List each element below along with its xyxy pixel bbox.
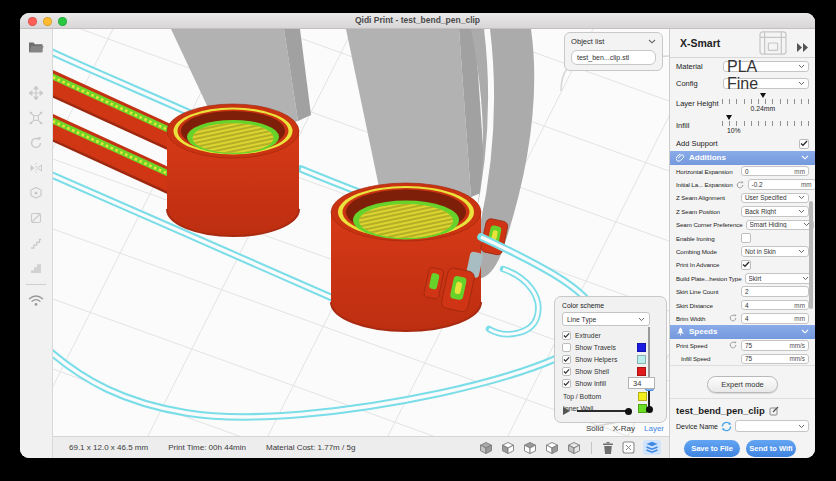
infill-value: 10% [727,127,741,134]
minimize-button[interactable] [43,17,52,26]
setting-select[interactable]: User Specified [741,193,809,204]
setting-control: 75mm/s [741,340,809,351]
reset-icon[interactable] [729,341,738,349]
reset-icon[interactable] [729,314,738,322]
setting-select[interactable]: Smart Hiding [746,220,814,231]
edit-icon[interactable] [769,406,779,416]
close-button[interactable] [28,17,37,26]
device-name-label: Device Name [676,423,718,430]
chevron-down-icon [638,317,645,322]
slider-marker[interactable] [726,115,732,120]
setting-control: 4mm [741,313,809,324]
section-header-additions[interactable]: Additions [670,151,815,165]
setting-select[interactable]: PLA [723,61,809,72]
setting-input[interactable]: 75mm/s [741,354,809,365]
refresh-icon[interactable] [721,421,732,432]
visibility-checkbox[interactable] [562,367,571,376]
layer-height-slider[interactable]: 0.24mm [722,92,809,114]
setting-checkbox[interactable] [741,233,751,243]
zoom-button[interactable] [58,17,67,26]
color-scheme-select[interactable]: Line Type [562,312,650,326]
toggle-label: Show Helpers [575,356,633,363]
open-file-icon[interactable] [26,37,46,55]
slider-ticks [722,99,809,104]
mirror-icon[interactable] [26,159,46,177]
play-button[interactable] [563,407,570,415]
setting-control: Back Right [741,206,809,217]
path-slider-handle[interactable] [625,408,632,415]
layer-slider[interactable] [648,327,650,409]
reset-icon[interactable] [729,314,737,322]
setting-label: Seam Corner Preference [676,221,743,228]
collapse-panel-icon[interactable] [797,38,809,56]
infill-slider[interactable]: 10% [722,114,809,136]
model-cup-1[interactable] [167,104,299,236]
setting-label: Z Seam Alignment [676,194,738,201]
layer-slider-end [646,406,653,413]
print-sequence-icon[interactable] [26,234,46,252]
setting-select[interactable]: Back Right [741,206,809,217]
standby-icon[interactable] [26,259,46,277]
view-left-icon[interactable] [545,441,559,455]
setting-input[interactable]: -0.2mm [748,179,815,190]
device-select[interactable] [735,420,809,432]
setting-select[interactable]: Skirt [745,273,813,284]
setting-row: Seam Corner PreferenceSmart Hiding [670,218,815,231]
send-to-wifi-button[interactable]: Send to Wifi [746,440,796,457]
setting-select[interactable]: Fine [723,78,809,89]
reset-icon[interactable] [729,341,737,349]
input-value: 2 [745,288,749,295]
add-support-checkbox[interactable] [799,139,809,149]
support-blocker-icon[interactable] [26,209,46,227]
visibility-checkbox[interactable] [562,379,571,388]
view-mode-tabs: SolidX-RayLayer [586,424,664,433]
view-tab-solid[interactable]: Solid [586,424,604,433]
object-list-header[interactable]: Object list [571,37,656,46]
save-to-file-button[interactable]: Save to File [684,440,740,457]
panel-scrollbar[interactable] [809,201,813,309]
visibility-checkbox[interactable] [562,343,571,352]
delete-icon[interactable] [602,441,614,455]
move-icon[interactable] [26,84,46,102]
view-top-icon[interactable] [523,441,537,455]
expert-mode-button[interactable]: Expert mode [707,376,778,393]
object-list-item[interactable]: test_ben...clip.stl [571,50,656,65]
xray-view-icon[interactable] [622,441,635,454]
wifi-icon[interactable] [26,291,46,309]
setting-input[interactable]: 4mm [741,313,809,324]
checkmark-icon [742,261,750,268]
slider-marker[interactable] [760,93,766,98]
view-tab-layer[interactable]: Layer [644,424,664,433]
setting-control: Skirt [745,273,813,284]
path-progress-slider[interactable] [577,410,629,412]
chevron-down-icon [648,39,656,44]
setting-row: Initial La... Expansion-0.2mm [670,178,815,191]
view-right-icon[interactable] [567,441,581,455]
setting-select[interactable]: Not in Skin [741,246,809,257]
visibility-checkbox[interactable] [562,355,571,364]
reset-icon[interactable] [736,181,744,189]
chevron-down-icon [798,195,805,200]
setting-input[interactable]: 75mm/s [741,340,809,351]
reset-icon[interactable] [736,181,745,189]
setting-input[interactable]: 4mm [741,300,809,311]
setting-label: Print Speed [676,342,726,349]
per-model-settings-icon[interactable] [26,184,46,202]
view-3d-icon[interactable] [479,441,493,455]
setting-checkbox[interactable] [741,260,751,270]
setting-input[interactable]: 0mm [741,166,809,177]
layer-view-button[interactable] [643,440,661,455]
visibility-checkbox[interactable] [562,331,571,340]
view-front-icon[interactable] [501,441,515,455]
section-header-speeds[interactable]: Speeds [670,325,815,339]
rotate-icon[interactable] [26,134,46,152]
layer-number-input[interactable]: 34 [628,377,655,389]
view-tab-x-ray[interactable]: X-Ray [613,424,635,433]
job-name: test_bend_pen_clip [676,405,765,416]
scale-icon[interactable] [26,109,46,127]
infill-row: Infill 10% [670,114,815,136]
setting-control: PLA [723,61,809,72]
setting-input[interactable]: 2 [741,286,809,297]
color-scheme-row: Show Helpers [562,353,646,365]
color-legend-row: Inner Wall [562,402,647,414]
